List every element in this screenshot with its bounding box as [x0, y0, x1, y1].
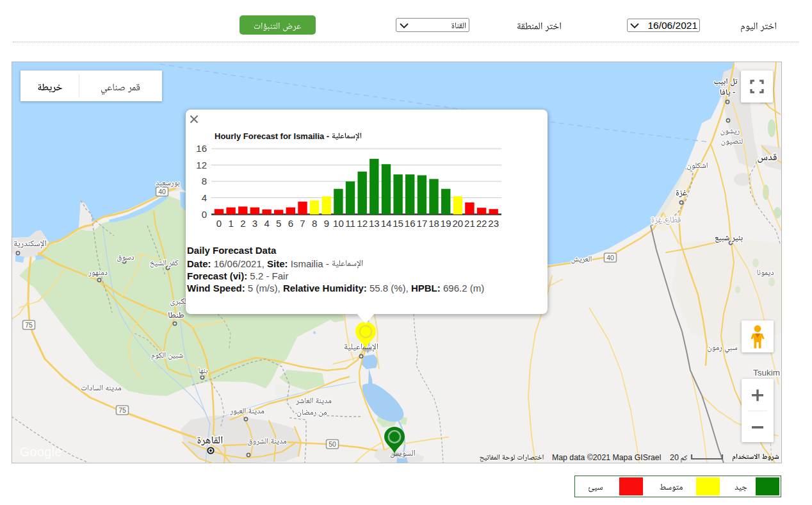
svg-text:1: 1 [228, 218, 233, 229]
svg-text:12: 12 [357, 218, 368, 229]
svg-text:2: 2 [240, 218, 245, 229]
svg-text:6: 6 [288, 218, 293, 229]
svg-text:22: 22 [476, 218, 487, 229]
svg-text:7: 7 [300, 218, 305, 229]
svg-text:Google: Google [20, 445, 62, 459]
svg-text:15: 15 [393, 218, 403, 229]
svg-text:17: 17 [417, 218, 428, 229]
svg-text:5: 5 [276, 218, 281, 229]
svg-text:14: 14 [381, 218, 392, 229]
svg-text:Map data ©2021 Mapa GISrael: Map data ©2021 Mapa GISrael [552, 453, 661, 462]
svg-text:0: 0 [202, 209, 207, 220]
svg-text:4: 4 [202, 192, 207, 203]
svg-text:9: 9 [324, 218, 329, 229]
svg-text:13: 13 [369, 218, 380, 229]
svg-text:0: 0 [216, 218, 222, 229]
svg-text:20: 20 [452, 218, 463, 229]
svg-text:50: 50 [329, 440, 336, 448]
svg-text:Tsukim: Tsukim [753, 368, 780, 377]
svg-text:20: 20 [670, 453, 679, 462]
svg-text:40: 40 [606, 254, 614, 261]
svg-text:40: 40 [158, 188, 166, 195]
svg-text:75: 75 [118, 406, 126, 414]
svg-text:21: 21 [464, 218, 475, 229]
svg-text:12: 12 [196, 160, 207, 170]
svg-text:8: 8 [312, 218, 317, 229]
svg-text:75: 75 [25, 321, 33, 329]
svg-text:19: 19 [441, 218, 451, 229]
svg-text:3: 3 [252, 218, 257, 229]
svg-text:4: 4 [264, 218, 269, 229]
svg-text:10: 10 [333, 218, 344, 229]
svg-text:23: 23 [488, 218, 499, 229]
svg-text:18: 18 [428, 218, 439, 229]
svg-text:11: 11 [345, 218, 355, 229]
svg-text:8: 8 [202, 176, 207, 186]
svg-text:16: 16 [196, 143, 207, 154]
svg-text:16: 16 [405, 218, 416, 229]
